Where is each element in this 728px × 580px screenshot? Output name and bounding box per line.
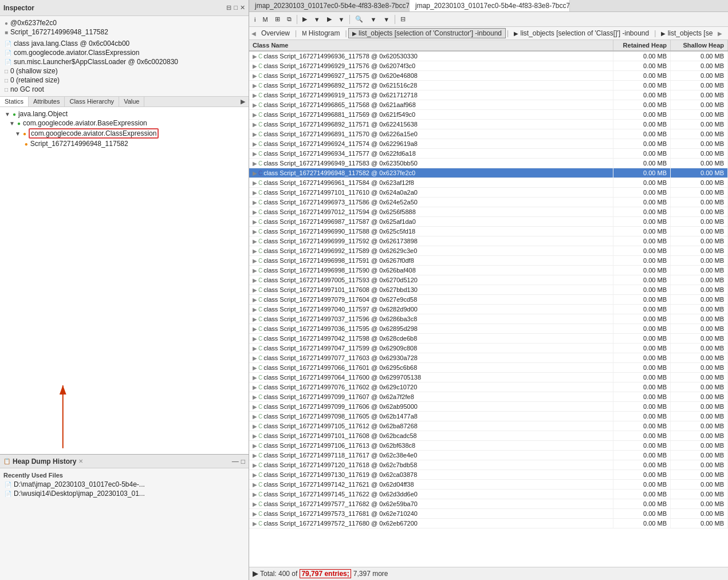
view-tab-list-class[interactable]: ▶ list_objects [selection of 'Class[]'] …: [510, 28, 653, 38]
row-expand-38[interactable]: ▶: [253, 423, 257, 429]
row-expand-25[interactable]: ▶: [253, 297, 257, 303]
heap-close-icon[interactable]: ✕: [78, 458, 83, 464]
table-row[interactable]: ▶Cclass Script_1672714997577_117682 @ 0x…: [249, 499, 728, 509]
statics-action-icon[interactable]: ▶: [237, 97, 249, 106]
table-row[interactable]: ▶Cclass Script_1672714997076_117602 @ 0x…: [249, 382, 728, 392]
table-row[interactable]: ▶Cclass Script_1672714997047_117599 @ 0x…: [249, 344, 728, 353]
toolbar-btn-copy[interactable]: ⧉: [284, 14, 294, 24]
expand-icon-2[interactable]: ▼: [15, 131, 21, 137]
tab-0[interactable]: jmap_20230103_01017ec0-5b4e-4f83-83e8-7b…: [249, 0, 410, 11]
row-expand-30[interactable]: ▶: [253, 345, 257, 352]
toolbar-btn-stop[interactable]: ⊟: [398, 14, 408, 24]
row-expand-27[interactable]: ▶: [253, 316, 257, 322]
row-expand-41[interactable]: ▶: [253, 452, 257, 459]
toolbar-btn-m[interactable]: M: [259, 15, 270, 24]
row-expand-8[interactable]: ▶: [253, 131, 257, 137]
table-row[interactable]: ▶Cclass Script_1672714997036_117595 @ 0x…: [249, 324, 728, 334]
table-row[interactable]: ▶Cclass Script_1672714996998_117591 @ 0x…: [249, 256, 728, 266]
table-row[interactable]: ▶Cclass Script_1672714996987_117587 @ 0x…: [249, 217, 728, 227]
toolbar-btn-drop4[interactable]: ▼: [380, 15, 392, 24]
table-row[interactable]: ▶Cclass Script_1672714996892_117571 @ 0x…: [249, 120, 728, 129]
view-tab-list-se[interactable]: ▶ list_objects [se: [657, 28, 717, 38]
toolbar-btn-search[interactable]: 🔍: [352, 14, 366, 24]
row-expand-32[interactable]: ▶: [253, 365, 257, 371]
toolbar-btn-drop3[interactable]: ▼: [367, 15, 379, 24]
view-tab-list-constructor[interactable]: ▶ list_objects [selection of 'Constructo…: [348, 28, 506, 38]
tab-value[interactable]: Value: [119, 97, 144, 106]
toolbar-btn-drop2[interactable]: ▼: [336, 15, 348, 24]
table-row[interactable]: ▶Cclass Script_1672714996999_117592 @ 0x…: [249, 236, 728, 246]
row-expand-21[interactable]: ▶: [253, 258, 257, 264]
table-row[interactable]: ▶Cclass Script_1672714997077_117603 @ 0x…: [249, 353, 728, 363]
row-expand-31[interactable]: ▶: [253, 355, 257, 361]
row-expand-39[interactable]: ▶: [253, 433, 257, 439]
row-expand-46[interactable]: ▶: [253, 501, 257, 507]
row-expand-45[interactable]: ▶: [253, 491, 257, 498]
view-tabs-left-arrow[interactable]: ◀: [251, 30, 256, 37]
row-expand-22[interactable]: ▶: [253, 267, 257, 274]
view-tab-histogram[interactable]: M Histogram: [298, 28, 344, 38]
table-row[interactable]: ▶Cclass Script_1672714997118_117617 @ 0x…: [249, 451, 728, 460]
row-expand-19[interactable]: ▶: [253, 238, 257, 244]
row-expand-24[interactable]: ▶: [253, 287, 257, 293]
table-row[interactable]: ▶Cclass Script_1672714997120_117618 @ 0x…: [249, 460, 728, 470]
row-expand-43[interactable]: ▶: [253, 472, 257, 478]
table-row[interactable]: ▶Cclass Script_1672714997106_117613 @ 0x…: [249, 441, 728, 451]
toolbar-btn-drop1[interactable]: ▼: [311, 15, 323, 24]
table-row[interactable]: ▶Cclass Script_1672714997145_117622 @ 0x…: [249, 490, 728, 499]
row-expand-10[interactable]: ▶: [253, 151, 257, 157]
row-expand-9[interactable]: ▶: [253, 141, 257, 147]
row-expand-1[interactable]: ▶: [253, 63, 257, 69]
footer-expand-icon[interactable]: ▶: [253, 570, 258, 578]
row-expand-28[interactable]: ▶: [253, 326, 257, 332]
table-row[interactable]: ▶Cclass Script_1672714996919_117573 @ 0x…: [249, 90, 728, 100]
table-row[interactable]: ▶Cclass Script_1672714996924_117574 @ 0x…: [249, 139, 728, 149]
row-expand-42[interactable]: ▶: [253, 462, 257, 468]
table-row[interactable]: ▶Cclass Script_1672714997142_117621 @ 0x…: [249, 480, 728, 490]
tab-class-hierarchy[interactable]: Class Hierarchy: [65, 97, 119, 106]
row-expand-26[interactable]: ▶: [253, 306, 257, 313]
row-expand-3[interactable]: ▶: [253, 82, 257, 89]
toolbar-btn-play2[interactable]: ▶: [324, 14, 335, 24]
table-row[interactable]: ▶Cclass Script_1672714996961_117584 @ 0x…: [249, 178, 728, 188]
row-expand-35[interactable]: ▶: [253, 394, 257, 400]
row-expand-16[interactable]: ▶: [253, 209, 257, 215]
table-row[interactable]: ▶Cclass Script_1672714997099_117606 @ 0x…: [249, 402, 728, 412]
row-expand-13[interactable]: ▶: [253, 180, 257, 186]
row-expand-11[interactable]: ▶: [253, 160, 257, 167]
maximize-icon[interactable]: □: [234, 4, 238, 11]
row-expand-4[interactable]: ▶: [253, 92, 257, 98]
row-expand-5[interactable]: ▶: [253, 102, 257, 108]
tab-statics[interactable]: Statics: [0, 97, 29, 106]
table-row[interactable]: ▶Cclass Script_1672714996992_117589 @ 0x…: [249, 246, 728, 256]
table-row[interactable]: ▶Cclass Script_1672714996936_117578 @ 0x…: [249, 51, 728, 61]
row-expand-12[interactable]: ▶: [253, 170, 257, 176]
table-row[interactable]: ▶Cclass Script_1672714996949_117583 @ 0x…: [249, 159, 728, 168]
row-expand-20[interactable]: ▶: [253, 248, 257, 254]
table-row[interactable]: ▶Cclass Script_1672714997101_117608 @ 0x…: [249, 431, 728, 441]
table-row[interactable]: ▶Cclass Script_1672714996892_117572 @ 0x…: [249, 81, 728, 90]
table-row[interactable]: ▶Cclass Script_1672714996973_117586 @ 0x…: [249, 198, 728, 207]
table-row[interactable]: ▶Cclass Script_1672714997101_117610 @ 0x…: [249, 188, 728, 198]
table-row[interactable]: ▶Cclass Script_1672714997012_117594 @ 0x…: [249, 207, 728, 217]
row-expand-44[interactable]: ▶: [253, 482, 257, 488]
tab-1[interactable]: jmap_20230103_01017ec0-5b4e-4f83-83e8-7b…: [410, 0, 570, 11]
row-expand-34[interactable]: ▶: [253, 384, 257, 390]
table-row[interactable]: ▶Cclass Script_1672714997064_117600 @ 0x…: [249, 373, 728, 382]
row-expand-18[interactable]: ▶: [253, 228, 257, 235]
row-expand-36[interactable]: ▶: [253, 404, 257, 410]
table-row[interactable]: ▶Cclass Script_1672714997098_117605 @ 0x…: [249, 412, 728, 421]
heap-minimize-icon[interactable]: —: [232, 457, 239, 465]
table-row[interactable]: ▶Cclass Script_1672714996948_117582 @ 0x…: [249, 168, 728, 178]
table-row[interactable]: ▶Cclass Script_1672714997066_117601 @ 0x…: [249, 363, 728, 373]
row-expand-47[interactable]: ▶: [253, 511, 257, 517]
heap-file-1[interactable]: 📄 D:\mat\jmap_20230103_01017ec0-5b4e-...: [3, 480, 245, 489]
table-row[interactable]: ▶Cclass Script_1672714997079_117604 @ 0x…: [249, 295, 728, 305]
row-expand-6[interactable]: ▶: [253, 112, 257, 118]
table-row[interactable]: ▶Cclass Script_1672714996881_117569 @ 0x…: [249, 110, 728, 120]
table-row[interactable]: ▶Cclass Script_1672714996929_117576 @ 0x…: [249, 61, 728, 71]
table-row[interactable]: ▶Cclass Script_1672714997101_117608 @ 0x…: [249, 285, 728, 295]
table-row[interactable]: ▶Cclass Script_1672714997572_117680 @ 0x…: [249, 519, 728, 528]
table-row[interactable]: ▶Cclass Script_1672714996990_117588 @ 0x…: [249, 227, 728, 236]
row-expand-15[interactable]: ▶: [253, 199, 257, 206]
